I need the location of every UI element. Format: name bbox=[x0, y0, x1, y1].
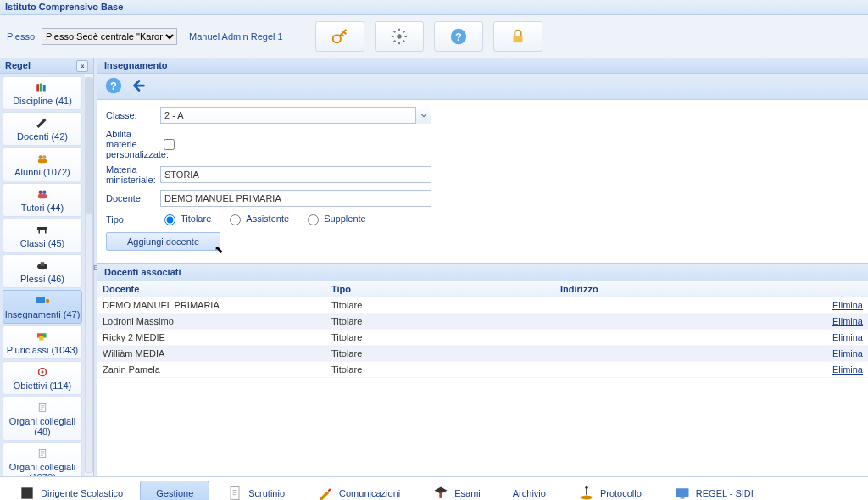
sidebar-item-insegnamenti[interactable]: Insegnamenti (47) bbox=[3, 290, 82, 324]
table-row[interactable]: Williàm MEDIA Titolare Elimina bbox=[97, 346, 868, 362]
sidebar-item-label: Organi collegiali (1070) bbox=[3, 462, 81, 476]
panel-title: Insegnamento bbox=[97, 58, 868, 74]
cell-tipo: Titolare bbox=[331, 300, 560, 310]
tipo-label: Tipo: bbox=[106, 214, 160, 225]
tab-gestione[interactable]: Gestione bbox=[140, 481, 209, 501]
delete-link[interactable]: Elimina bbox=[832, 300, 863, 310]
delete-link[interactable]: Elimina bbox=[832, 332, 863, 342]
materia-input[interactable] bbox=[160, 166, 431, 183]
panel-toolbar: ? bbox=[97, 74, 868, 100]
students-icon bbox=[3, 152, 81, 165]
svg-point-11 bbox=[39, 191, 43, 195]
svg-rect-19 bbox=[36, 297, 46, 304]
tab-archivio[interactable]: Archivio bbox=[498, 481, 561, 501]
sidebar-item-tutori[interactable]: Tutori (44) bbox=[3, 183, 82, 217]
top-toolbar: Plesso Plesso Sedè centrale "Karon*" Man… bbox=[0, 15, 868, 58]
svg-rect-6 bbox=[40, 84, 42, 92]
table-row[interactable]: Lodroni Massimo Titolare Elimina bbox=[97, 314, 868, 330]
cell-tipo: Titolare bbox=[331, 332, 560, 342]
classe-select[interactable] bbox=[160, 107, 431, 124]
sidebar-panel: Regel « Discipline (41) Docenti (42) Alu… bbox=[0, 58, 94, 476]
classe-label: Classe: bbox=[106, 110, 160, 120]
help-icon-button[interactable]: ? bbox=[104, 76, 123, 97]
tab-protocollo[interactable]: Protocollo bbox=[563, 481, 657, 501]
cell-docente: DEMO MANUEL PRIMARIA bbox=[103, 300, 331, 310]
sidebar-item-alunni[interactable]: Alunni (1072) bbox=[3, 147, 82, 181]
sidebar-item-classi[interactable]: Classi (45) bbox=[3, 219, 82, 253]
tipo-supplente-radio[interactable]: Supplente bbox=[303, 212, 366, 225]
col-header-indirizzo[interactable]: Indirizzo bbox=[560, 284, 821, 294]
table-row[interactable]: Ricky 2 MEDIE Titolare Elimina bbox=[97, 330, 868, 346]
table-row[interactable]: Zanin Pamela Titolare Elimina bbox=[97, 362, 868, 378]
chevron-down-icon bbox=[415, 107, 431, 124]
key-button[interactable] bbox=[315, 21, 364, 52]
sidebar-item-plessi[interactable]: Plessi (46) bbox=[3, 254, 82, 288]
svg-text:?: ? bbox=[455, 31, 462, 43]
svg-rect-18 bbox=[41, 262, 45, 266]
tab-regel-sidi[interactable]: REGEL - SIDI bbox=[659, 481, 769, 501]
tutors-icon bbox=[3, 187, 81, 201]
delete-link[interactable]: Elimina bbox=[832, 316, 863, 326]
col-header-docente[interactable]: Docente bbox=[103, 284, 331, 294]
cell-tipo: Titolare bbox=[331, 364, 560, 375]
svg-rect-5 bbox=[36, 84, 39, 91]
target-icon bbox=[3, 365, 81, 379]
delete-link[interactable]: Elimina bbox=[832, 348, 863, 358]
document-icon bbox=[3, 401, 81, 414]
sidebar-item-label: Discipline (41) bbox=[3, 96, 81, 106]
sidebar-item-label: Obiettivi (114) bbox=[3, 381, 81, 391]
tipo-titolare-radio[interactable]: Titolare bbox=[160, 212, 211, 225]
svg-rect-14 bbox=[37, 227, 47, 230]
svg-point-12 bbox=[42, 191, 47, 195]
settings-button[interactable] bbox=[375, 21, 424, 52]
col-header-tipo[interactable]: Tipo bbox=[331, 284, 560, 294]
title-bar: Istituto Comprensivo Base bbox=[0, 0, 868, 15]
sidebar-scrollbar[interactable] bbox=[85, 74, 93, 476]
delete-link[interactable]: Elimina bbox=[832, 364, 863, 375]
sidebar-item-organi-48[interactable]: Organi collegiali (48) bbox=[3, 397, 82, 441]
lock-button[interactable] bbox=[493, 21, 542, 52]
svg-rect-33 bbox=[440, 492, 442, 498]
aggiungi-docente-button[interactable]: Aggiungi docente ⬉ bbox=[106, 232, 220, 251]
cell-tipo: Titolare bbox=[331, 316, 560, 326]
table-row[interactable]: DEMO MANUEL PRIMARIA Titolare Elimina bbox=[97, 297, 868, 314]
tab-dirigente[interactable]: Dirigente Scolastico bbox=[3, 481, 138, 501]
sidebar-item-docenti[interactable]: Docenti (42) bbox=[3, 112, 82, 146]
svg-rect-15 bbox=[39, 230, 41, 234]
tab-scrutinio[interactable]: Scrutinio bbox=[211, 481, 300, 501]
svg-rect-31 bbox=[21, 487, 32, 498]
svg-rect-37 bbox=[680, 497, 684, 499]
cell-docente: Williàm MEDIA bbox=[103, 348, 331, 358]
materia-label: Materia ministeriale: bbox=[106, 164, 160, 185]
plesso-select[interactable]: Plesso Sedè centrale "Karon*" bbox=[42, 28, 177, 45]
svg-point-35 bbox=[585, 486, 587, 488]
sidebar-item-organi-1070[interactable]: Organi collegiali (1070) bbox=[3, 442, 82, 476]
sidebar-item-label: Plessi (46) bbox=[3, 274, 81, 284]
help-button[interactable]: ? bbox=[434, 21, 483, 52]
svg-point-1 bbox=[397, 34, 402, 39]
back-button[interactable] bbox=[130, 76, 148, 97]
pen-icon bbox=[3, 116, 81, 130]
sidebar-item-obiettivi[interactable]: Obiettivi (114) bbox=[3, 361, 82, 395]
collapse-sidebar-button[interactable]: « bbox=[76, 60, 88, 72]
svg-point-8 bbox=[39, 155, 43, 159]
docente-label: Docente: bbox=[106, 193, 160, 203]
docente-input[interactable] bbox=[160, 190, 431, 207]
sidebar-item-discipline[interactable]: Discipline (41) bbox=[3, 76, 82, 110]
abilita-checkbox[interactable] bbox=[164, 139, 175, 150]
sidebar-item-label: Insegnamenti (47) bbox=[3, 309, 81, 319]
books-icon bbox=[3, 81, 81, 94]
teaching-icon bbox=[3, 294, 81, 308]
cell-docente: Ricky 2 MEDIE bbox=[103, 332, 331, 342]
sidebar-items: Discipline (41) Docenti (42) Alunni (107… bbox=[0, 74, 85, 476]
tipo-assistente-radio[interactable]: Assistente bbox=[225, 212, 289, 225]
grid-header: Docente Tipo Indirizzo bbox=[97, 281, 868, 297]
tab-esami[interactable]: Esami bbox=[417, 481, 496, 501]
tab-comunicazioni[interactable]: Comunicazioni bbox=[302, 481, 415, 501]
sidebar-item-pluriclassi[interactable]: Pluriclassi (1043) bbox=[3, 325, 82, 359]
pointer-cursor-icon: ⬉ bbox=[214, 243, 223, 255]
svg-text:?: ? bbox=[110, 80, 117, 92]
main-panel: Insegnamento ? Classe: Abilita materie p… bbox=[97, 58, 868, 476]
svg-point-25 bbox=[42, 371, 44, 374]
form-area: Classe: Abilita materie personalizzate: … bbox=[97, 100, 868, 263]
